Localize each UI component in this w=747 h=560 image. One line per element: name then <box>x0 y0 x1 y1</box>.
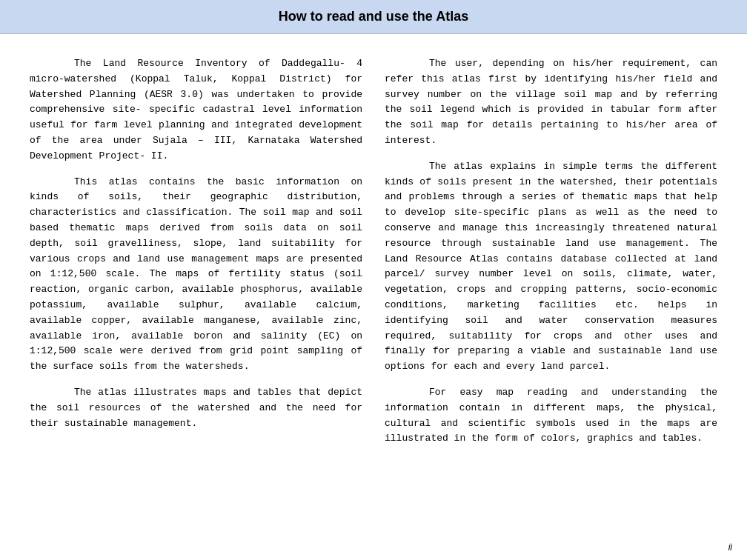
right-para-3: For easy map reading and understanding t… <box>385 385 717 447</box>
left-para-1: The Land Resource Inventory of Daddegall… <box>30 56 362 164</box>
left-para-2: This atlas contains the basic informatio… <box>30 175 362 375</box>
page-number: ii <box>728 542 732 553</box>
content-area: The Land Resource Inventory of Daddegall… <box>0 34 747 479</box>
right-para-2: The atlas explains in simple terms the d… <box>385 159 717 375</box>
page-container: How to read and use the Atlas The Land R… <box>0 0 747 560</box>
left-column: The Land Resource Inventory of Daddegall… <box>30 56 362 457</box>
right-para-1: The user, depending on his/her requireme… <box>385 56 717 149</box>
header-bar: How to read and use the Atlas <box>0 0 747 34</box>
right-column: The user, depending on his/her requireme… <box>385 56 717 457</box>
page-title: How to read and use the Atlas <box>279 9 468 24</box>
left-para-3: The atlas illustrates maps and tables th… <box>30 385 362 431</box>
